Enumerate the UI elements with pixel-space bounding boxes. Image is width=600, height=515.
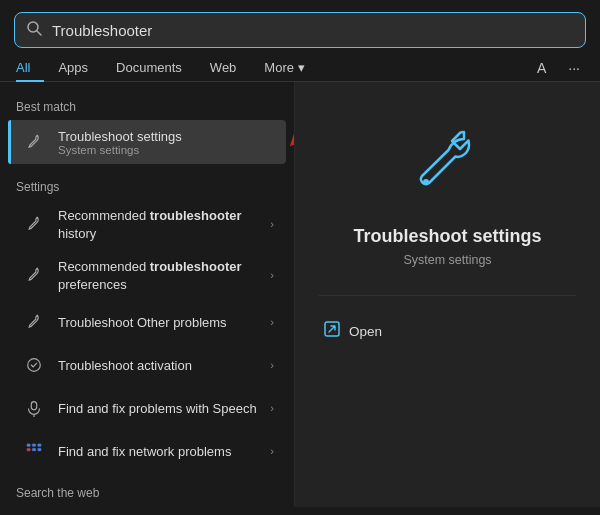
- settings-item-preferences[interactable]: Recommended troubleshooter preferences ›: [8, 250, 286, 300]
- right-panel-divider: [319, 295, 576, 296]
- chevron-right-icon: ›: [270, 218, 274, 230]
- search-icon: [27, 21, 42, 39]
- settings-item-network[interactable]: Find and fix network problems ›: [8, 430, 286, 472]
- settings-item-history-icon: [20, 210, 48, 238]
- settings-item-network-text: Find and fix network problems: [58, 442, 270, 460]
- settings-item-preferences-icon: [20, 261, 48, 289]
- settings-label: Settings: [0, 172, 294, 198]
- chevron-right-icon-5: ›: [270, 402, 274, 414]
- svg-rect-11: [32, 448, 36, 451]
- best-match-text: Troubleshoot settings System settings: [58, 129, 274, 156]
- right-panel-icon: [403, 118, 493, 208]
- best-match-title: Troubleshoot settings: [58, 129, 274, 144]
- chevron-right-icon-6: ›: [270, 445, 274, 457]
- chevron-right-icon-4: ›: [270, 359, 274, 371]
- best-match-icon: [20, 128, 48, 156]
- web-search-item[interactable]: Troubleshooter - See web results ›: [8, 505, 286, 507]
- search-bar[interactable]: [14, 12, 586, 48]
- svg-line-1: [37, 31, 41, 35]
- svg-rect-12: [38, 448, 42, 451]
- right-panel-title: Troubleshoot settings: [353, 226, 541, 247]
- tabs-bar: All Apps Documents Web More ▾ A ···: [0, 48, 600, 82]
- open-label: Open: [349, 324, 382, 339]
- more-options-button[interactable]: ···: [564, 56, 584, 80]
- settings-item-other[interactable]: Troubleshoot Other problems ›: [8, 301, 286, 343]
- best-match-subtitle: System settings: [58, 144, 274, 156]
- tab-documents[interactable]: Documents: [102, 54, 196, 81]
- left-panel: Best match Troubleshoot settings System …: [0, 82, 295, 507]
- chevron-right-icon-3: ›: [270, 316, 274, 328]
- settings-item-other-icon: [20, 308, 48, 336]
- open-button[interactable]: Open: [319, 314, 576, 348]
- settings-item-speech-text: Find and fix problems with Speech: [58, 399, 270, 417]
- tab-more[interactable]: More ▾: [250, 54, 318, 81]
- settings-item-network-icon: [20, 437, 48, 465]
- settings-item-speech[interactable]: Find and fix problems with Speech ›: [8, 387, 286, 429]
- tab-web[interactable]: Web: [196, 54, 251, 81]
- svg-rect-10: [27, 448, 31, 451]
- settings-item-other-text: Troubleshoot Other problems: [58, 313, 270, 331]
- svg-point-2: [29, 147, 30, 148]
- settings-item-activation-icon: [20, 351, 48, 379]
- chevron-right-icon-2: ›: [270, 269, 274, 281]
- right-panel-subtitle: System settings: [403, 253, 491, 267]
- settings-item-activation-text: Troubleshoot activation: [58, 356, 270, 374]
- settings-item-activation[interactable]: Troubleshoot activation ›: [8, 344, 286, 386]
- best-match-item[interactable]: Troubleshoot settings System settings: [8, 120, 286, 164]
- right-panel: Troubleshoot settings System settings Op…: [295, 82, 600, 507]
- open-icon: [323, 320, 341, 342]
- tab-all[interactable]: All: [16, 54, 44, 81]
- tab-apps[interactable]: Apps: [44, 54, 102, 81]
- svg-rect-8: [32, 444, 36, 447]
- search-input[interactable]: [52, 22, 573, 39]
- settings-item-speech-icon: [20, 394, 48, 422]
- main-layout: Best match Troubleshoot settings System …: [0, 82, 600, 507]
- svg-rect-9: [38, 444, 42, 447]
- font-size-button[interactable]: A: [533, 56, 550, 80]
- settings-item-history[interactable]: Recommended troubleshooter history ›: [8, 199, 286, 249]
- web-search-label: Search the web: [0, 478, 294, 504]
- settings-item-history-text: Recommended troubleshooter history: [58, 206, 270, 242]
- best-match-label: Best match: [0, 92, 294, 118]
- settings-item-preferences-text: Recommended troubleshooter preferences: [58, 257, 270, 293]
- svg-point-4: [28, 359, 41, 372]
- svg-rect-5: [31, 402, 36, 410]
- svg-rect-7: [27, 444, 31, 447]
